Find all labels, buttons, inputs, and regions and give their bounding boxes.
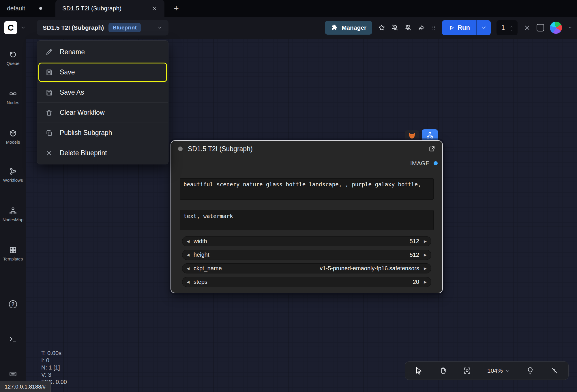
grip-dots-icon[interactable]: [431, 24, 436, 31]
increment-arrow-icon[interactable]: ▶: [424, 239, 427, 243]
stat-line: I: 0: [41, 357, 67, 364]
sidebar-item-workflows[interactable]: Workflows: [0, 167, 26, 183]
menu-item-label: Publish Subgraph: [60, 129, 112, 137]
widget-ckpt-name[interactable]: ◀ ckpt_name v1-5-pruned-emaonly-fp16.saf…: [182, 263, 431, 273]
tab-close-icon[interactable]: [151, 5, 158, 12]
run-button[interactable]: Run: [442, 20, 476, 35]
decrement-arrow-icon[interactable]: ◀: [187, 280, 190, 284]
zoom-level: 104%: [487, 367, 503, 374]
batch-count-value: 1: [501, 24, 506, 32]
increment-arrow-icon[interactable]: ▶: [424, 253, 427, 257]
tab-bar: default SD1.5 T2I (Subgraph) +: [0, 0, 577, 17]
widget-width[interactable]: ◀ width 512 ▶: [182, 236, 431, 246]
stop-square-icon[interactable]: [537, 24, 544, 31]
image-output-slot[interactable]: [434, 161, 438, 165]
star-icon[interactable]: [378, 24, 385, 31]
cursor-icon[interactable]: [415, 367, 423, 375]
manager-label: Manager: [342, 24, 366, 31]
sidebar-item-label: Queue: [6, 61, 19, 66]
workflow-chevron-down-icon: [157, 25, 163, 31]
workflow-name: SD1.5 T2I (Subgraph): [43, 24, 104, 31]
manager-button[interactable]: Manager: [325, 21, 372, 35]
sidebar-item-terminal[interactable]: [0, 335, 26, 343]
chevron-down-icon: [505, 368, 510, 373]
bulb-icon[interactable]: [526, 367, 534, 375]
menu-item-label: Clear Workflow: [60, 109, 105, 117]
history-icon: [9, 50, 17, 59]
fox-badge[interactable]: [405, 130, 419, 141]
tab-default[interactable]: default: [0, 0, 32, 17]
increment-arrow-icon[interactable]: ▶: [424, 280, 427, 284]
decrement-arrow-icon[interactable]: ◀: [187, 253, 190, 257]
puzzle-icon: [331, 24, 338, 31]
keyboard-icon: [9, 370, 17, 378]
sidebar-item-nodesmap[interactable]: NodesMap: [0, 207, 26, 222]
widget-name: height: [194, 252, 209, 258]
avatar[interactable]: [550, 22, 562, 34]
play-icon: [448, 25, 455, 31]
focus-icon[interactable]: [463, 367, 471, 375]
sidebar-item-queue[interactable]: Queue: [0, 50, 26, 66]
new-tab-button[interactable]: +: [172, 4, 181, 13]
share-forward-icon[interactable]: [418, 24, 425, 31]
widget-height[interactable]: ◀ height 512 ▶: [182, 250, 431, 260]
decrement-arrow-icon[interactable]: ◀: [187, 267, 190, 270]
subgraph-badge[interactable]: [422, 129, 438, 141]
logo-chevron-down-icon[interactable]: [20, 25, 26, 31]
negative-prompt-textarea[interactable]: text, watermark: [180, 210, 434, 230]
run-label: Run: [458, 24, 470, 31]
grid-icon: [9, 246, 17, 254]
caret-up-icon[interactable]: [509, 24, 514, 27]
menu-item-rename[interactable]: Rename: [37, 42, 168, 62]
sidebar-item-label: Nodes: [7, 100, 19, 105]
stat-line: T: 0.00s: [41, 350, 67, 357]
tab-active-subgraph[interactable]: SD1.5 T2I (Subgraph): [55, 0, 164, 17]
unsaved-indicator-dot: [39, 7, 42, 10]
floppy-icon: [45, 69, 53, 76]
workflow-selector[interactable]: SD1.5 T2I (Subgraph) Blueprint: [37, 20, 168, 35]
menu-item-label: Rename: [60, 48, 85, 56]
menu-item-save[interactable]: Save: [37, 62, 168, 82]
node-title: SD1.5 T2I (Subgraph): [188, 145, 253, 153]
trash-icon: [45, 109, 53, 117]
avatar-chevron-down-icon[interactable]: [568, 25, 572, 30]
caret-down-icon[interactable]: [509, 28, 514, 31]
bell-slash-icon[interactable]: [404, 24, 412, 31]
menu-item-clear-workflow[interactable]: Clear Workflow: [37, 102, 168, 123]
node-header[interactable]: SD1.5 T2I (Subgraph): [171, 141, 442, 157]
node-sd15-t2i-subgraph[interactable]: SD1.5 T2I (Subgraph) IMAGE beautiful sce…: [171, 140, 443, 293]
help-icon: ?: [9, 300, 17, 308]
workflow-dropdown-menu: Rename Save Save As Clear Workflow Publi…: [37, 40, 168, 164]
workflow-icon: [9, 167, 17, 175]
menu-item-save-as[interactable]: Save As: [37, 82, 168, 102]
decrement-arrow-icon[interactable]: ◀: [187, 239, 190, 243]
widget-name: width: [194, 238, 207, 245]
positive-prompt-textarea[interactable]: beautiful scenery nature glass bottle la…: [180, 178, 434, 200]
open-subgraph-icon[interactable]: [428, 145, 435, 152]
sidebar-item-help[interactable]: ?: [0, 300, 26, 308]
comfyui-logo[interactable]: C: [4, 21, 17, 34]
output-slot-label: IMAGE: [410, 160, 430, 167]
sidebar-item-shortcuts[interactable]: [0, 370, 26, 378]
widget-steps[interactable]: ◀ steps 20 ▶: [182, 277, 431, 287]
terminal-icon: [9, 335, 17, 343]
batch-count-stepper[interactable]: 1: [497, 20, 518, 35]
increment-arrow-icon[interactable]: ▶: [424, 267, 427, 270]
pencil-icon: [45, 48, 53, 56]
menu-item-publish-subgraph[interactable]: Publish Subgraph: [37, 123, 168, 143]
link-slash-icon[interactable]: [550, 367, 559, 375]
sidebar-item-models[interactable]: Models: [0, 129, 26, 145]
sidebar-item-templates[interactable]: Templates: [0, 246, 26, 261]
widget-value: 512: [410, 252, 419, 258]
stepper-carets[interactable]: [509, 24, 514, 31]
widget-value: 20: [413, 279, 419, 285]
zoom-control[interactable]: 104%: [487, 367, 510, 374]
bell-slash-icon[interactable]: [391, 24, 399, 31]
plus-icon: +: [174, 3, 179, 13]
widget-value: 512: [410, 238, 419, 245]
run-options-button[interactable]: [476, 20, 491, 35]
cancel-x-icon[interactable]: [523, 24, 531, 31]
menu-item-delete-blueprint[interactable]: Delete Blueprint: [37, 143, 168, 163]
hand-icon[interactable]: [439, 367, 447, 375]
sidebar-item-nodes[interactable]: Nodes: [0, 90, 26, 105]
